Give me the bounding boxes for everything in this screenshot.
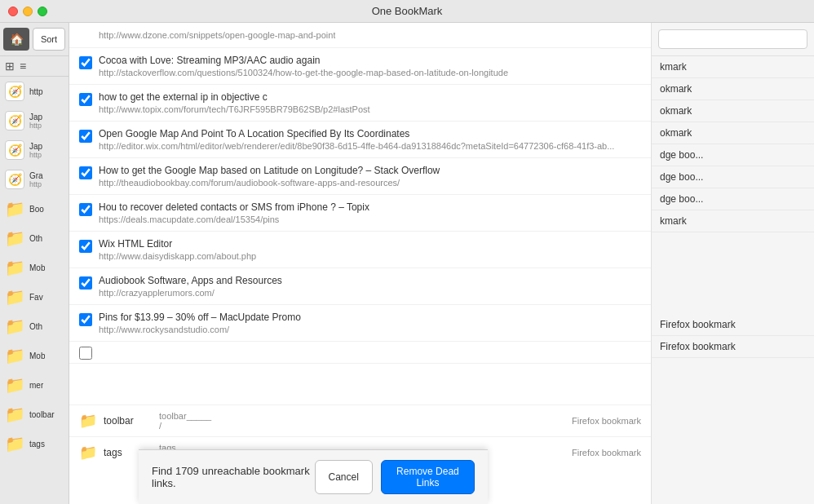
sidebar-item-label: Boo [29, 205, 44, 214]
right-item-10[interactable]: Firefox bookmark [652, 336, 814, 358]
minimize-button[interactable] [23, 7, 33, 16]
folder-icon: 📁 [5, 405, 24, 424]
maximize-button[interactable] [38, 7, 47, 16]
sidebar-item-mob2[interactable]: 📁 Mob [0, 341, 69, 370]
toolbar-row: 📁 toolbar toolbar_____/ Firefox bookmark [69, 405, 651, 436]
sidebar-item-label: toolbar [29, 410, 55, 419]
bookmark-checkbox-9[interactable] [79, 347, 92, 360]
right-search-container [652, 23, 814, 56]
sort-button[interactable]: Sort [33, 28, 65, 51]
sidebar-url-label: http [29, 151, 42, 159]
right-item-2[interactable]: okmark [652, 78, 814, 100]
sidebar-item-label: Oth [29, 234, 42, 243]
sidebar-item-mob1[interactable]: 📁 Mob [0, 253, 69, 282]
right-item-7[interactable]: dge boo... [652, 188, 814, 210]
cancel-button[interactable]: Cancel [315, 460, 373, 494]
close-button[interactable] [8, 7, 18, 16]
home-button[interactable]: 🏠 [3, 28, 29, 51]
sidebar: 🏠 Sort ⊞ ≡ 🧭 http 🧭 Jap http [0, 23, 69, 504]
bookmark-title-4: How to get the Google Map based on Latit… [99, 165, 641, 176]
toolbar-label: toolbar [104, 415, 153, 427]
bookmark-checkbox-8[interactable] [79, 313, 92, 326]
bookmark-title-2: how to get the external ip in objective … [99, 91, 641, 103]
bookmark-url-6: http://www.daisydiskapp.com/about.php [99, 251, 641, 261]
bookmark-url-3: http://editor.wix.com/html/editor/web/re… [99, 141, 641, 151]
tags-right: Firefox bookmark [572, 448, 641, 458]
right-item-title-5: dge boo... [660, 149, 806, 161]
right-item-9[interactable]: Firefox bookmark [652, 314, 814, 336]
sidebar-top: 🏠 Sort [0, 23, 69, 56]
folder-icon: 📁 [5, 434, 24, 453]
folder-icon: 📁 [5, 258, 24, 277]
toolbar-folder-icon: 📁 [79, 412, 97, 430]
sidebar-item-label: Fav [29, 293, 43, 302]
right-item-title-2: okmark [660, 83, 806, 95]
bookmark-item-8: Pins for $13.99 – 30% off – MacUpdate Pr… [69, 305, 651, 342]
bookmark-item-9 [69, 342, 651, 364]
right-item-title-8: kmark [660, 215, 806, 227]
bookmark-item-7: Audiobook Software, Apps and Resources h… [69, 268, 651, 305]
right-item-5[interactable]: dge boo... [652, 144, 814, 166]
right-search-input[interactable] [658, 29, 807, 49]
bookmark-checkbox-3[interactable] [79, 130, 92, 143]
right-item-1[interactable]: kmark [652, 56, 814, 78]
right-item-4[interactable]: okmark [652, 122, 814, 144]
sidebar-item-tags[interactable]: 📁 tags [0, 429, 69, 458]
sidebar-items: 🧭 http 🧭 Jap http 🧭 Jap http [0, 77, 69, 504]
right-item-title-3: okmark [660, 105, 806, 117]
right-item-title-10: Firefox bookmark [660, 341, 806, 352]
bookmark-url-5: https://deals.macupdate.com/deal/15354/p… [99, 214, 641, 224]
grid-view-icon[interactable]: ⊞ [5, 60, 15, 73]
right-item-title-9: Firefox bookmark [660, 319, 806, 330]
main-layout: 🏠 Sort ⊞ ≡ 🧭 http 🧭 Jap http [0, 23, 814, 504]
bookmark-checkbox-1[interactable] [79, 56, 92, 69]
sidebar-item-jap2[interactable]: 🧭 Jap http [0, 135, 69, 165]
safari-icon: 🧭 [5, 170, 24, 189]
sidebar-item-label: mer [29, 381, 43, 390]
right-panel: kmark okmark okmark okmark dge boo... dg… [651, 23, 814, 504]
sidebar-item-gra[interactable]: 🧭 Gra http [0, 165, 69, 194]
safari-icon: 🧭 [5, 111, 24, 130]
bookmark-content-5: Hou to recover deleted contacts or SMS f… [99, 201, 641, 224]
sidebar-item-mer[interactable]: 📁 mer [0, 370, 69, 400]
sidebar-item-http[interactable]: 🧭 http [0, 77, 69, 106]
bookmark-url-4: http://theaudiobookbay.com/forum/audiobo… [99, 178, 641, 188]
sidebar-item-label: tags [29, 440, 45, 449]
sidebar-item-oth1[interactable]: 📁 Oth [0, 223, 69, 253]
right-item-8[interactable]: kmark [652, 210, 814, 232]
remove-dead-links-button[interactable]: Remove Dead Links [381, 460, 475, 494]
bookmark-checkbox-5[interactable] [79, 203, 92, 216]
panel-buttons: Cancel Remove Dead Links [315, 460, 475, 494]
sidebar-item-boo[interactable]: 📁 Boo [0, 194, 69, 223]
folder-icon: 📁 [5, 228, 24, 248]
folder-icon: 📁 [5, 199, 24, 219]
bookmark-checkbox-4[interactable] [79, 166, 92, 179]
folder-icon: 📁 [5, 287, 24, 307]
list-view-icon[interactable]: ≡ [20, 60, 26, 73]
right-item-3[interactable]: okmark [652, 100, 814, 122]
right-item-title-7: dge boo... [660, 193, 806, 205]
view-toggle: ⊞ ≡ [0, 56, 69, 77]
tags-folder-icon: 📁 [79, 444, 97, 462]
content-area: http://www.dzone.com/snippets/open-googl… [69, 23, 651, 504]
sidebar-item-fav[interactable]: 📁 Fav [0, 282, 69, 312]
bookmark-content-3: Open Google Map And Point To A Location … [99, 128, 641, 151]
sidebar-item-oth2[interactable]: 📁 Oth [0, 312, 69, 341]
bookmark-title-1: Cocoa with Love: Streaming MP3/AAC audio… [99, 55, 641, 66]
bookmark-content-6: Wix HTML Editor http://www.daisydiskapp.… [99, 238, 641, 261]
bookmark-checkbox-7[interactable] [79, 276, 92, 290]
right-item-6[interactable]: dge boo... [652, 166, 814, 188]
safari-icon: 🧭 [5, 82, 24, 101]
bookmark-checkbox-6[interactable] [79, 240, 92, 253]
bookmark-content-7: Audiobook Software, Apps and Resources h… [99, 275, 641, 298]
sidebar-item-toolbar[interactable]: 📁 toolbar [0, 400, 69, 429]
right-item-title-6: dge boo... [660, 171, 806, 183]
bookmark-item-5: Hou to recover deleted contacts or SMS f… [69, 195, 651, 232]
right-item-title-1: kmark [660, 61, 806, 73]
safari-icon: 🧭 [5, 140, 24, 160]
sidebar-item-jap1[interactable]: 🧭 Jap http [0, 106, 69, 135]
partial-url: http://www.dzone.com/snippets/open-googl… [99, 30, 335, 40]
bookmark-checkbox-2[interactable] [79, 93, 92, 106]
folder-icon: 📁 [5, 346, 24, 365]
sidebar-item-label: Mob [29, 263, 45, 272]
